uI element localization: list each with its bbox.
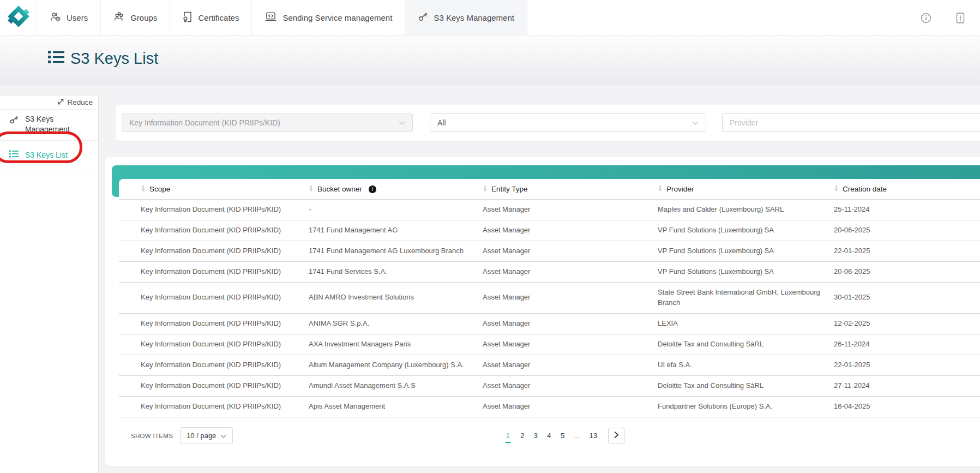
cell-entity-type: Asset Manager xyxy=(483,355,658,375)
cell-creation-date: 20-06-2025 xyxy=(834,220,980,241)
page-size-value: 10 / page xyxy=(187,432,216,440)
table-header-row: Scope Bucket owner i Entity Type Provide… xyxy=(119,179,980,199)
page-number[interactable]: 3 xyxy=(534,432,538,440)
column-header-provider[interactable]: Provider xyxy=(658,185,834,193)
cell-creation-date: 12-02-2025 xyxy=(834,314,980,334)
cell-creation-date: 22-01-2025 xyxy=(834,355,980,375)
s3-keys-table: Scope Bucket owner i Entity Type Provide… xyxy=(119,179,980,466)
groups-icon xyxy=(113,11,125,23)
list-icon xyxy=(48,50,64,68)
table-row[interactable]: Key Information Document (KID PRIIPs/KID… xyxy=(119,261,980,282)
sidebar-item-label: S3 Keys Management xyxy=(25,114,94,135)
sidebar-item-s3-keys-list[interactable]: S3 Keys List xyxy=(0,141,98,170)
tab-label: Groups xyxy=(130,13,157,22)
chevron-down-icon xyxy=(399,118,405,127)
page-size-select[interactable]: 10 / page xyxy=(180,427,233,444)
main-content: Key Information Document (KID PRIIPs/KID… xyxy=(99,85,980,473)
cell-creation-date: 20-06-2025 xyxy=(834,262,980,282)
table-row[interactable]: Key Information Document (KID PRIIPs/KID… xyxy=(119,313,980,334)
cell-provider: State Street Bank International GmbH, Lu… xyxy=(658,283,834,313)
table-row[interactable]: Key Information Document (KID PRIIPs/KID… xyxy=(119,241,980,261)
cell-entity-type: Asset Manager xyxy=(483,241,658,261)
tab-s3-keys-management[interactable]: S3 Keys Management xyxy=(405,0,527,35)
page-number[interactable]: 13 xyxy=(589,432,597,440)
tab-users[interactable]: Users xyxy=(37,0,100,35)
app-logo[interactable] xyxy=(0,0,37,35)
column-header-label: Bucket owner xyxy=(317,185,362,193)
tab-groups[interactable]: Groups xyxy=(100,0,170,35)
column-header-creation-date[interactable]: Creation date xyxy=(834,185,980,193)
cell-bucket-owner: 1741 Fund Management AG xyxy=(309,220,483,241)
table-row[interactable]: Key Information Document (KID PRIIPs/KID… xyxy=(119,199,980,220)
column-header-label: Entity Type xyxy=(491,185,528,193)
cell-scope: Key Information Document (KID PRIIPs/KID… xyxy=(124,200,309,220)
cell-creation-date: 22-01-2025 xyxy=(834,241,980,261)
cell-bucket-owner: Altum Management Company (Luxembourg) S.… xyxy=(309,355,483,375)
show-items-label: SHOW ITEMS xyxy=(131,433,173,439)
info-icon[interactable] xyxy=(920,12,932,24)
table-row[interactable]: Key Information Document (KID PRIIPs/KID… xyxy=(119,334,980,355)
tab-label: S3 Keys Management xyxy=(434,13,514,22)
cell-entity-type: Asset Manager xyxy=(483,314,658,334)
table-row[interactable]: Key Information Document (KID PRIIPs/KID… xyxy=(119,396,980,417)
sidebar-item-label: S3 Keys List xyxy=(25,150,68,160)
cell-provider: VP Fund Solutions (Luxembourg) SA xyxy=(658,241,834,261)
cell-scope: Key Information Document (KID PRIIPs/KID… xyxy=(124,397,309,417)
table-row[interactable]: Key Information Document (KID PRIIPs/KID… xyxy=(119,220,980,241)
entity-type-select[interactable]: All xyxy=(430,113,706,132)
cell-scope: Key Information Document (KID PRIIPs/KID… xyxy=(124,220,309,241)
next-page-button[interactable] xyxy=(608,428,624,444)
filter-card: Key Information Document (KID PRIIPs/KID… xyxy=(116,105,980,141)
cell-entity-type: Asset Manager xyxy=(483,220,658,241)
table-row[interactable]: Key Information Document (KID PRIIPs/KID… xyxy=(119,282,980,313)
certificate-icon xyxy=(183,11,193,24)
page-header: S3 Keys List xyxy=(0,35,980,85)
cell-provider: VP Fund Solutions (Luxembourg) SA xyxy=(658,262,834,282)
entity-select-value: All xyxy=(437,118,446,127)
page-number[interactable]: 1 xyxy=(505,432,512,443)
column-header-scope[interactable]: Scope xyxy=(124,185,309,193)
tab-certificates[interactable]: Certificates xyxy=(170,0,251,35)
cell-provider: VP Fund Solutions (Luxembourg) SA xyxy=(658,220,834,241)
cell-scope: Key Information Document (KID PRIIPs/KID… xyxy=(124,376,309,396)
sidebar-item-s3-keys-management[interactable]: S3 Keys Management xyxy=(0,110,98,141)
tab-sending-service[interactable]: Sending Service management xyxy=(251,0,405,35)
sidebar: Reduce S3 Keys Management S3 Keys List xyxy=(0,95,99,473)
tab-label: Users xyxy=(67,13,88,22)
users-gear-icon xyxy=(50,11,61,23)
alert-icon[interactable] xyxy=(955,12,966,24)
sort-icon xyxy=(658,185,663,193)
cell-provider: UI efa S.A. xyxy=(658,355,834,375)
key-icon xyxy=(418,11,428,23)
column-header-bucket-owner[interactable]: Bucket owner i xyxy=(309,185,483,193)
top-nav: Users Groups xyxy=(0,0,980,35)
bucket-owner-info-icon[interactable]: i xyxy=(369,185,376,193)
cell-entity-type: Asset Manager xyxy=(483,376,658,396)
page-title: S3 Keys List xyxy=(48,50,158,68)
cell-bucket-owner: 1741 Fund Management AG Luxembourg Branc… xyxy=(309,241,483,261)
laptop-icon xyxy=(264,11,277,23)
cell-entity-type: Asset Manager xyxy=(483,334,658,355)
cell-bucket-owner: Apis Asset Management xyxy=(309,397,483,417)
column-header-label: Creation date xyxy=(843,185,887,193)
scope-select[interactable]: Key Information Document (KID PRIIPs/KID… xyxy=(122,113,413,132)
app-root: Users Groups xyxy=(0,0,980,473)
tab-label: Certificates xyxy=(198,13,239,22)
page-number[interactable]: 5 xyxy=(561,432,565,440)
cell-bucket-owner: AXA Investment Managers Paris xyxy=(309,334,483,355)
cell-scope: Key Information Document (KID PRIIPs/KID… xyxy=(124,241,309,261)
page-ellipsis[interactable]: ... xyxy=(574,432,580,440)
page-number[interactable]: 4 xyxy=(547,432,551,440)
logo-icon xyxy=(5,3,32,32)
table-row[interactable]: Key Information Document (KID PRIIPs/KID… xyxy=(119,375,980,396)
nav-tabs: Users Groups xyxy=(37,0,527,35)
page-number[interactable]: 2 xyxy=(520,432,525,440)
sidebar-reduce-button[interactable]: Reduce xyxy=(0,95,98,110)
cell-scope: Key Information Document (KID PRIIPs/KID… xyxy=(124,314,309,334)
cell-provider: Deloitte Tax and Consulting SàRL xyxy=(658,376,834,396)
table-row[interactable]: Key Information Document (KID PRIIPs/KID… xyxy=(119,355,980,375)
provider-input[interactable] xyxy=(722,113,980,132)
column-header-entity-type[interactable]: Entity Type xyxy=(483,185,658,193)
s3-keys-table-card: Scope Bucket owner i Entity Type Provide… xyxy=(105,157,980,466)
collapse-icon xyxy=(57,98,64,107)
